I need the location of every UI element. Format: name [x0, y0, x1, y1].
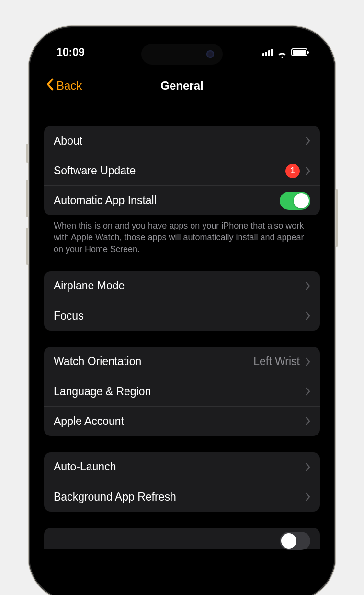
front-camera-icon: [206, 50, 214, 58]
chevron-right-icon: [306, 311, 310, 320]
toggle-partial[interactable]: [280, 532, 310, 550]
back-button[interactable]: Back: [46, 78, 82, 93]
device-side-button: [26, 144, 29, 163]
group-footer-text: When this is on and you have apps on you…: [44, 215, 320, 255]
navigation-bar: Back General: [35, 71, 329, 100]
settings-group-apps: Auto-Launch Background App Refresh: [44, 452, 320, 512]
iphone-device-frame: 10:09 Back General: [29, 26, 335, 595]
settings-content[interactable]: About Software Update 1 Automatic App In…: [35, 110, 329, 594]
row-about[interactable]: About: [44, 126, 320, 156]
row-label: Auto-Launch: [54, 460, 300, 473]
row-watch-orientation[interactable]: Watch Orientation Left Wrist: [44, 347, 320, 377]
chevron-left-icon: [46, 78, 54, 93]
device-volume-up-button: [26, 180, 29, 217]
row-software-update[interactable]: Software Update 1: [44, 156, 320, 185]
device-power-button: [335, 189, 338, 247]
row-automatic-app-install[interactable]: Automatic App Install: [44, 185, 320, 215]
row-label: Apple Account: [54, 415, 300, 428]
settings-group-partial: [44, 528, 320, 549]
row-label: Automatic App Install: [54, 194, 274, 207]
cellular-signal-icon: [262, 48, 273, 56]
row-label: Focus: [54, 309, 300, 322]
row-label: About: [54, 135, 300, 148]
row-label: Airplane Mode: [54, 279, 300, 292]
chevron-right-icon: [306, 357, 310, 366]
wifi-icon: [277, 48, 287, 56]
toggle-automatic-app-install[interactable]: [280, 192, 310, 210]
settings-group-watch: Watch Orientation Left Wrist Language & …: [44, 347, 320, 436]
status-indicators: [262, 48, 307, 56]
row-background-app-refresh[interactable]: Background App Refresh: [44, 482, 320, 512]
chevron-right-icon: [306, 492, 310, 501]
row-language-region[interactable]: Language & Region: [44, 377, 320, 406]
page-title: General: [160, 79, 203, 92]
row-focus[interactable]: Focus: [44, 301, 320, 331]
row-label: Watch Orientation: [54, 355, 248, 368]
row-value: Left Wrist: [253, 355, 300, 368]
battery-icon: [291, 48, 307, 56]
dynamic-island: [141, 44, 223, 65]
status-time: 10:09: [57, 46, 85, 59]
chevron-right-icon: [306, 167, 310, 175]
row-apple-account[interactable]: Apple Account: [44, 406, 320, 436]
settings-group-modes: Airplane Mode Focus: [44, 271, 320, 331]
back-label: Back: [57, 79, 82, 92]
toggle-knob: [281, 533, 296, 549]
chevron-right-icon: [306, 387, 310, 396]
settings-group-general: About Software Update 1 Automatic App In…: [44, 126, 320, 215]
device-volume-down-button: [26, 228, 29, 265]
row-airplane-mode[interactable]: Airplane Mode: [44, 271, 320, 301]
row-label: Background App Refresh: [54, 491, 300, 503]
row-label: Software Update: [54, 164, 280, 177]
notification-badge: 1: [285, 164, 300, 178]
row-label: Language & Region: [54, 385, 300, 398]
chevron-right-icon: [306, 417, 310, 425]
row-auto-launch[interactable]: Auto-Launch: [44, 452, 320, 482]
toggle-knob: [294, 193, 309, 208]
chevron-right-icon: [306, 282, 310, 290]
chevron-right-icon: [306, 463, 310, 471]
screen: 10:09 Back General: [35, 33, 329, 594]
chevron-right-icon: [306, 137, 310, 145]
